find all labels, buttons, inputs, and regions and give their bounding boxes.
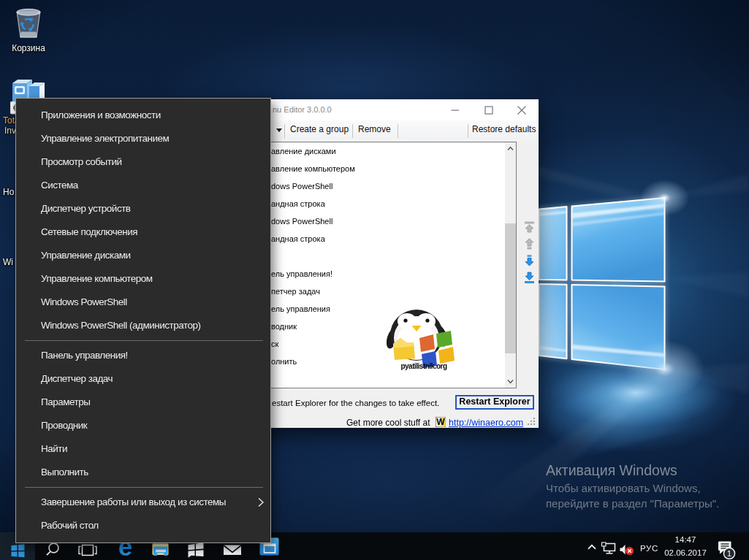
svg-text:02.06.2017: 02.06.2017 [664,548,707,557]
svg-text:pyatilistnik.org: pyatilistnik.org [400,362,447,370]
svg-text:14:47: 14:47 [675,535,696,544]
svg-text:РУС: РУС [640,544,658,553]
svg-text:W: W [436,417,445,427]
svg-text:1: 1 [727,549,731,558]
